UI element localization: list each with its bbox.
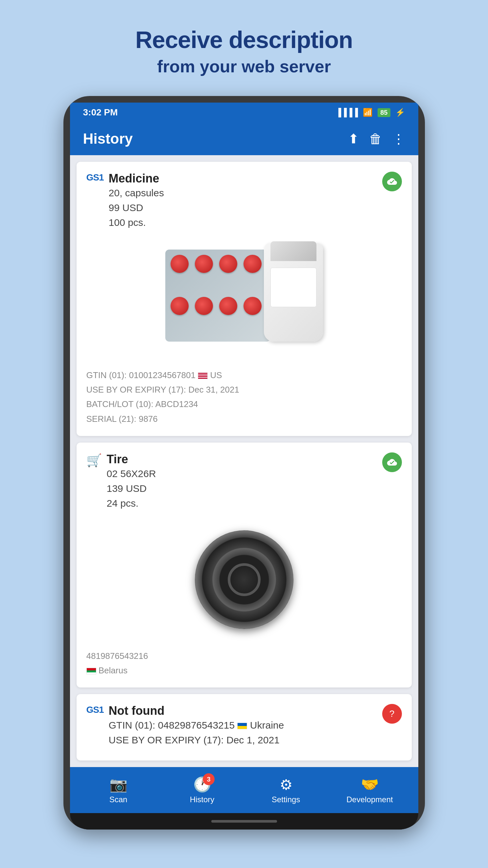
app-bar: History ⬆ 🗑 ⋮ <box>70 122 418 155</box>
nav-item-history[interactable]: 3 🕐 History <box>160 776 244 804</box>
nav-item-development[interactable]: 🤝 Development <box>328 776 412 804</box>
bottom-nav: 📷 Scan 3 🕐 History ⚙ Settings 🤝 Developm… <box>70 767 418 813</box>
development-label: Development <box>346 795 393 804</box>
signal-icon: ▐▐▐▐ <box>335 108 358 117</box>
status-badge-success <box>382 172 402 191</box>
product-card-notfound[interactable]: GS1 Not found GTIN (01): 04829876543215 … <box>76 694 412 761</box>
status-badge-error: ? <box>382 704 402 724</box>
status-badge-tire <box>382 453 402 472</box>
pill-3 <box>219 255 237 273</box>
product-detail1: 20, capsules <box>109 185 164 200</box>
medicine-image-area <box>87 237 402 361</box>
barcode-line-1: GTIN (01): 01001234567801 US <box>87 368 402 382</box>
barcode-info-tire: 4819876543216 Belarus <box>87 649 402 678</box>
pill-6 <box>195 297 213 315</box>
tire-barcode: 4819876543216 <box>87 649 402 663</box>
notfound-detail1: GTIN (01): 04829876543215 Ukraine <box>109 718 284 733</box>
product-card-tire[interactable]: 🛒 Tire 02 56X26R 139 USD 24 pcs. <box>76 442 412 687</box>
tire-image <box>195 530 293 629</box>
product-name: Medicine <box>109 172 164 185</box>
page-subtitle: from your web server <box>157 57 331 76</box>
card-header: GS1 Medicine 20, capsules 99 USD 100 pcs… <box>87 172 402 230</box>
card-title-area-notfound: GS1 Not found GTIN (01): 04829876543215 … <box>87 704 284 747</box>
development-icon: 🤝 <box>361 776 379 793</box>
pill-8 <box>243 297 262 315</box>
phone-frame: 3:02 PM ▐▐▐▐ 📶 85 ⚡ History ⬆ 🗑 ⋮ <box>63 96 425 830</box>
content-area: GS1 Medicine 20, capsules 99 USD 100 pcs… <box>70 155 418 767</box>
history-label: History <box>190 795 215 804</box>
bottle-label <box>270 268 317 307</box>
wifi-icon: 📶 <box>363 108 373 117</box>
medicine-image <box>165 243 323 355</box>
phone-screen: GS1 Medicine 20, capsules 99 USD 100 pcs… <box>70 155 418 767</box>
card-info: Medicine 20, capsules 99 USD 100 pcs. <box>109 172 164 230</box>
tire-country: Belarus <box>87 663 402 678</box>
card-header-tire: 🛒 Tire 02 56X26R 139 USD 24 pcs. <box>87 453 402 510</box>
barcode-info-medicine: GTIN (01): 01001234567801 US USE BY OR E… <box>87 368 402 426</box>
tire-detail3: 24 pcs. <box>107 496 156 510</box>
notfound-name: Not found <box>109 704 284 718</box>
phone-bottom-bar <box>70 813 418 830</box>
card-header-notfound: GS1 Not found GTIN (01): 04829876543215 … <box>87 704 402 747</box>
gs1-badge: GS1 <box>87 172 104 183</box>
scan-label: Scan <box>109 795 128 804</box>
gs1-badge-notfound: GS1 <box>87 705 104 715</box>
blister-pack <box>165 250 270 342</box>
bottle-cap <box>270 241 317 261</box>
app-bar-actions: ⬆ 🗑 ⋮ <box>348 131 405 146</box>
page-wrapper: Receive description from your web server… <box>0 7 488 868</box>
tire-inner <box>228 563 261 596</box>
settings-label: Settings <box>272 795 300 804</box>
scan-icon: 📷 <box>109 776 128 793</box>
nav-item-settings[interactable]: ⚙ Settings <box>244 776 328 804</box>
status-bar: 3:02 PM ▐▐▐▐ 📶 85 ⚡ <box>70 102 418 122</box>
battery-indicator: 85 <box>378 108 390 117</box>
tire-detail2: 139 USD <box>107 481 156 496</box>
barcode-line-4: SERIAL (21): 9876 <box>87 412 402 426</box>
delete-button[interactable]: 🗑 <box>369 131 382 146</box>
status-icons: ▐▐▐▐ 📶 85 ⚡ <box>335 108 405 117</box>
upload-button[interactable]: ⬆ <box>348 131 359 146</box>
history-badge: 3 <box>203 773 215 785</box>
nav-item-scan[interactable]: 📷 Scan <box>76 776 160 804</box>
product-detail3: 100 pcs. <box>109 215 164 230</box>
pill-1 <box>170 255 189 273</box>
settings-icon: ⚙ <box>280 776 292 793</box>
cart-icon: 🛒 <box>87 453 102 468</box>
card-info-tire: Tire 02 56X26R 139 USD 24 pcs. <box>107 453 156 510</box>
medicine-bottle <box>264 243 323 342</box>
page-title: Receive description <box>135 26 353 53</box>
product-card-medicine[interactable]: GS1 Medicine 20, capsules 99 USD 100 pcs… <box>76 162 412 436</box>
pill-2 <box>195 255 213 273</box>
card-info-notfound: Not found GTIN (01): 04829876543215 Ukra… <box>109 704 284 747</box>
charging-icon: ⚡ <box>395 108 405 117</box>
pill-5 <box>170 297 189 315</box>
card-title-area-tire: 🛒 Tire 02 56X26R 139 USD 24 pcs. <box>87 453 156 510</box>
pill-7 <box>219 297 237 315</box>
notfound-detail2: USE BY OR EXPIRY (17): Dec 1, 2021 <box>109 733 284 747</box>
home-bar <box>211 820 277 823</box>
barcode-line-3: BATCH/LOT (10): ABCD1234 <box>87 397 402 411</box>
card-title-area: GS1 Medicine 20, capsules 99 USD 100 pcs… <box>87 172 164 230</box>
more-options-button[interactable]: ⋮ <box>392 131 405 146</box>
tire-detail1: 02 56X26R <box>107 466 156 481</box>
clock: 3:02 PM <box>83 107 118 118</box>
tire-image-area <box>87 517 402 642</box>
app-bar-title: History <box>83 130 133 147</box>
pill-4 <box>243 255 262 273</box>
barcode-line-2: USE BY OR EXPIRY (17): Dec 31, 2021 <box>87 382 402 397</box>
product-detail2: 99 USD <box>109 200 164 215</box>
tire-name: Tire <box>107 453 156 466</box>
